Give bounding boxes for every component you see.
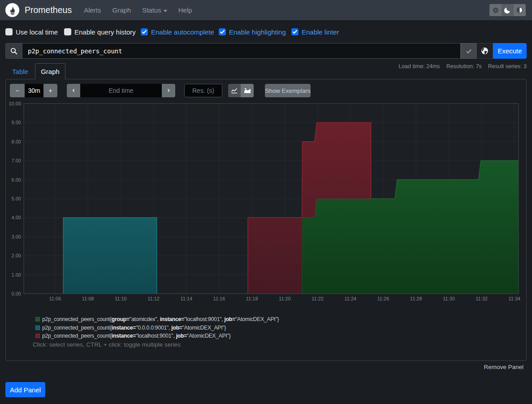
legend-hint: Click: select series, CTRL + click: togg… bbox=[33, 341, 181, 348]
search-icon bbox=[10, 48, 17, 55]
globe-icon bbox=[481, 47, 489, 55]
option-enable-query-history[interactable]: Enable query history bbox=[64, 25, 136, 39]
svg-text:11:22: 11:22 bbox=[311, 296, 324, 301]
execute-button[interactable]: Execute bbox=[493, 43, 527, 59]
option-enable-linter[interactable]: Enable linter bbox=[291, 25, 339, 39]
svg-text:9.00: 9.00 bbox=[12, 120, 21, 125]
nav-status-dropdown[interactable]: Status bbox=[142, 6, 167, 14]
tab-table[interactable]: Table bbox=[5, 63, 35, 79]
svg-text:0.00: 0.00 bbox=[12, 291, 21, 296]
theme-button-group bbox=[489, 4, 526, 16]
legend-swatch-teal bbox=[35, 326, 40, 330]
graph-panel: − + ‹ › Show Exemplars 0.001.002.003.004… bbox=[5, 79, 527, 361]
option-use-local-time[interactable]: Use local time bbox=[5, 25, 58, 39]
svg-text:11:06: 11:06 bbox=[49, 296, 61, 301]
legend-item[interactable]: p2p_connected_peers_count{instance="loca… bbox=[35, 332, 279, 340]
option-enable-autocomplete[interactable]: Enable autocomplete bbox=[141, 25, 214, 39]
option-label: Enable linter bbox=[302, 28, 339, 36]
svg-text:11:32: 11:32 bbox=[476, 296, 488, 301]
option-label: Use local time bbox=[16, 28, 58, 36]
svg-text:11:12: 11:12 bbox=[147, 296, 160, 301]
nav-alerts[interactable]: Alerts bbox=[84, 6, 101, 14]
settings-button[interactable] bbox=[489, 4, 502, 16]
navbar: Prometheus Alerts Graph Status Help bbox=[0, 0, 532, 20]
svg-text:6.00: 6.00 bbox=[12, 177, 21, 182]
nav-help[interactable]: Help bbox=[178, 6, 192, 14]
svg-text:11:26: 11:26 bbox=[377, 296, 389, 301]
svg-text:11:08: 11:08 bbox=[82, 296, 94, 301]
svg-text:2.00: 2.00 bbox=[12, 253, 21, 258]
time-series-chart[interactable]: 0.001.002.003.004.005.006.007.008.009.00… bbox=[6, 79, 527, 308]
legend-swatch-green bbox=[35, 317, 40, 321]
torch-flame-icon bbox=[8, 5, 17, 15]
dark-theme-button[interactable] bbox=[502, 4, 514, 16]
remove-panel-link[interactable]: Remove Panel bbox=[484, 364, 523, 370]
svg-text:11:20: 11:20 bbox=[279, 296, 291, 301]
legend-label: p2p_connected_peers_count{group="atomicd… bbox=[42, 316, 279, 322]
query-text: p2p_connected_peers_count bbox=[28, 48, 122, 55]
svg-text:11:10: 11:10 bbox=[115, 296, 127, 301]
option-label: Enable autocomplete bbox=[151, 28, 214, 36]
query-valid-button[interactable] bbox=[461, 43, 476, 59]
svg-text:5.00: 5.00 bbox=[12, 196, 21, 201]
query-stats: Load time: 24msResolution: 7sResult seri… bbox=[392, 63, 527, 70]
check-icon bbox=[142, 30, 147, 34]
option-enable-highlighting[interactable]: Enable highlighting bbox=[219, 25, 286, 39]
legend-label: p2p_connected_peers_count{instance="0.0.… bbox=[42, 325, 226, 331]
svg-text:3.00: 3.00 bbox=[12, 234, 21, 239]
tabs: Table Graph bbox=[5, 63, 65, 79]
query-input[interactable]: p2p_connected_peers_count bbox=[22, 43, 461, 59]
chart-legend: p2p_connected_peers_count{group="atomicd… bbox=[35, 315, 279, 340]
check-icon bbox=[292, 30, 298, 34]
metrics-explorer-button[interactable] bbox=[476, 43, 493, 59]
check-icon bbox=[220, 30, 225, 34]
legend-swatch-red bbox=[35, 334, 40, 338]
series-area-teal bbox=[63, 217, 157, 294]
stat-item: Load time: 24ms bbox=[398, 63, 440, 70]
svg-text:11:34: 11:34 bbox=[508, 296, 520, 301]
svg-text:11:30: 11:30 bbox=[443, 296, 455, 301]
nav-graph[interactable]: Graph bbox=[112, 6, 131, 14]
svg-text:11:28: 11:28 bbox=[410, 296, 422, 301]
gear-icon bbox=[492, 7, 499, 14]
query-bar: p2p_connected_peers_count Execute bbox=[5, 43, 527, 59]
svg-text:10.00: 10.00 bbox=[9, 101, 21, 106]
legend-item[interactable]: p2p_connected_peers_count{group="atomicd… bbox=[35, 315, 279, 324]
stat-item: Result series: 3 bbox=[488, 63, 527, 70]
checkbox[interactable] bbox=[64, 28, 71, 35]
svg-text:7.00: 7.00 bbox=[12, 158, 21, 163]
legend-label: p2p_connected_peers_count{instance="loca… bbox=[42, 333, 231, 339]
legend-item[interactable]: p2p_connected_peers_count{instance="0.0.… bbox=[35, 324, 279, 332]
svg-text:11:16: 11:16 bbox=[213, 296, 225, 301]
svg-text:11:14: 11:14 bbox=[180, 296, 192, 301]
checkbox[interactable] bbox=[219, 28, 226, 35]
prometheus-logo[interactable] bbox=[5, 3, 19, 17]
moon-icon bbox=[504, 7, 511, 13]
option-label: Enable highlighting bbox=[229, 28, 286, 36]
app-title[interactable]: Prometheus bbox=[25, 5, 72, 15]
chevron-down-icon bbox=[164, 10, 167, 12]
option-label: Enable query history bbox=[74, 28, 136, 36]
checkbox[interactable] bbox=[141, 28, 148, 35]
theme-contrast-icon bbox=[516, 7, 523, 13]
auto-theme-button[interactable] bbox=[514, 4, 526, 16]
add-panel-button[interactable]: Add Panel bbox=[5, 382, 45, 397]
search-addon bbox=[5, 43, 22, 59]
svg-text:11:24: 11:24 bbox=[344, 296, 356, 301]
checkbox[interactable] bbox=[5, 28, 13, 35]
stat-item: Resolution: 7s bbox=[446, 63, 482, 70]
svg-text:11:18: 11:18 bbox=[246, 296, 258, 301]
checkbox[interactable] bbox=[291, 28, 298, 35]
svg-text:4.00: 4.00 bbox=[12, 215, 21, 220]
tab-graph[interactable]: Graph bbox=[35, 63, 65, 79]
check-icon bbox=[465, 48, 472, 55]
svg-text:8.00: 8.00 bbox=[12, 139, 21, 144]
svg-text:1.00: 1.00 bbox=[12, 272, 21, 278]
